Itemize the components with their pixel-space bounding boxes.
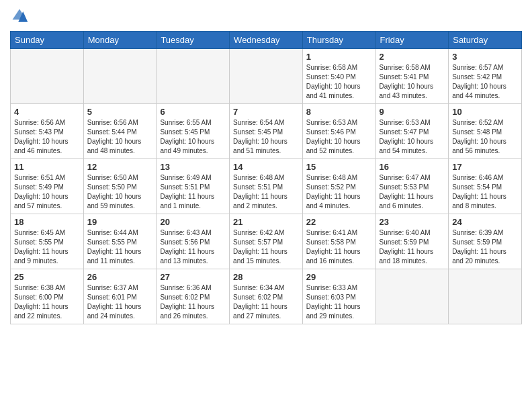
page-header: [10, 7, 522, 26]
calendar-header-saturday: Saturday: [449, 32, 522, 49]
calendar-cell: 2Sunrise: 6:58 AM Sunset: 5:41 PM Daylig…: [375, 49, 449, 104]
day-number: 6: [160, 107, 226, 117]
day-info: Sunrise: 6:37 AM Sunset: 6:01 PM Dayligh…: [87, 283, 153, 321]
day-number: 24: [452, 217, 518, 227]
calendar-cell: 13Sunrise: 6:49 AM Sunset: 5:51 PM Dayli…: [157, 159, 230, 214]
calendar-cell: 4Sunrise: 6:56 AM Sunset: 5:43 PM Daylig…: [11, 104, 84, 159]
day-info: Sunrise: 6:55 AM Sunset: 5:45 PM Dayligh…: [160, 118, 226, 156]
day-info: Sunrise: 6:33 AM Sunset: 6:03 PM Dayligh…: [306, 283, 372, 321]
day-number: 18: [14, 217, 80, 227]
calendar-header-sunday: Sunday: [11, 32, 84, 49]
calendar-cell: 1Sunrise: 6:58 AM Sunset: 5:40 PM Daylig…: [302, 49, 375, 104]
day-number: 17: [452, 162, 518, 172]
calendar-cell: [375, 269, 449, 324]
calendar-header-tuesday: Tuesday: [157, 32, 230, 49]
day-info: Sunrise: 6:48 AM Sunset: 5:51 PM Dayligh…: [233, 173, 299, 211]
day-info: Sunrise: 6:56 AM Sunset: 5:44 PM Dayligh…: [87, 118, 153, 156]
calendar-cell: 9Sunrise: 6:53 AM Sunset: 5:47 PM Daylig…: [375, 104, 449, 159]
day-info: Sunrise: 6:54 AM Sunset: 5:45 PM Dayligh…: [233, 118, 299, 156]
calendar-cell: [83, 49, 157, 104]
calendar-cell: 25Sunrise: 6:38 AM Sunset: 6:00 PM Dayli…: [11, 269, 84, 324]
calendar-header-row: SundayMondayTuesdayWednesdayThursdayFrid…: [11, 32, 522, 49]
calendar-cell: [449, 269, 522, 324]
day-number: 14: [233, 162, 299, 172]
day-number: 12: [87, 162, 153, 172]
day-info: Sunrise: 6:48 AM Sunset: 5:52 PM Dayligh…: [306, 173, 372, 211]
logo: [10, 7, 32, 26]
calendar-cell: 17Sunrise: 6:46 AM Sunset: 5:54 PM Dayli…: [449, 159, 522, 214]
day-number: 2: [380, 52, 445, 62]
calendar-cell: 28Sunrise: 6:34 AM Sunset: 6:02 PM Dayli…: [230, 269, 303, 324]
day-info: Sunrise: 6:36 AM Sunset: 6:02 PM Dayligh…: [160, 283, 226, 321]
calendar-cell: 18Sunrise: 6:45 AM Sunset: 5:55 PM Dayli…: [11, 214, 84, 269]
day-number: 27: [160, 272, 226, 282]
calendar-header-wednesday: Wednesday: [230, 32, 303, 49]
day-info: Sunrise: 6:46 AM Sunset: 5:54 PM Dayligh…: [452, 173, 518, 211]
calendar-cell: 29Sunrise: 6:33 AM Sunset: 6:03 PM Dayli…: [302, 269, 375, 324]
day-info: Sunrise: 6:45 AM Sunset: 5:55 PM Dayligh…: [14, 228, 80, 266]
day-info: Sunrise: 6:44 AM Sunset: 5:55 PM Dayligh…: [87, 228, 153, 266]
day-info: Sunrise: 6:41 AM Sunset: 5:58 PM Dayligh…: [306, 228, 372, 266]
day-number: 28: [233, 272, 299, 282]
day-number: 21: [233, 217, 299, 227]
calendar-cell: 6Sunrise: 6:55 AM Sunset: 5:45 PM Daylig…: [157, 104, 230, 159]
calendar-cell: 5Sunrise: 6:56 AM Sunset: 5:44 PM Daylig…: [83, 104, 157, 159]
calendar-cell: 21Sunrise: 6:42 AM Sunset: 5:57 PM Dayli…: [230, 214, 303, 269]
calendar-cell: [11, 49, 84, 104]
day-number: 22: [306, 217, 372, 227]
day-number: 13: [160, 162, 226, 172]
calendar-cell: 20Sunrise: 6:43 AM Sunset: 5:56 PM Dayli…: [157, 214, 230, 269]
day-info: Sunrise: 6:38 AM Sunset: 6:00 PM Dayligh…: [14, 283, 80, 321]
day-info: Sunrise: 6:56 AM Sunset: 5:43 PM Dayligh…: [14, 118, 80, 156]
calendar-cell: 7Sunrise: 6:54 AM Sunset: 5:45 PM Daylig…: [230, 104, 303, 159]
day-number: 7: [233, 107, 299, 117]
calendar-cell: 26Sunrise: 6:37 AM Sunset: 6:01 PM Dayli…: [83, 269, 157, 324]
day-info: Sunrise: 6:53 AM Sunset: 5:46 PM Dayligh…: [306, 118, 372, 156]
day-info: Sunrise: 6:39 AM Sunset: 5:59 PM Dayligh…: [452, 228, 518, 266]
day-info: Sunrise: 6:40 AM Sunset: 5:59 PM Dayligh…: [380, 228, 445, 266]
calendar-header-thursday: Thursday: [302, 32, 375, 49]
calendar-week-4: 25Sunrise: 6:38 AM Sunset: 6:00 PM Dayli…: [11, 269, 522, 324]
calendar-cell: 3Sunrise: 6:57 AM Sunset: 5:42 PM Daylig…: [449, 49, 522, 104]
day-info: Sunrise: 6:34 AM Sunset: 6:02 PM Dayligh…: [233, 283, 299, 321]
calendar-header-friday: Friday: [375, 32, 449, 49]
day-info: Sunrise: 6:49 AM Sunset: 5:51 PM Dayligh…: [160, 173, 226, 211]
day-info: Sunrise: 6:47 AM Sunset: 5:53 PM Dayligh…: [380, 173, 445, 211]
day-number: 16: [380, 162, 445, 172]
calendar-week-3: 18Sunrise: 6:45 AM Sunset: 5:55 PM Dayli…: [11, 214, 522, 269]
day-number: 23: [380, 217, 445, 227]
day-number: 26: [87, 272, 153, 282]
day-number: 25: [14, 272, 80, 282]
day-number: 11: [14, 162, 80, 172]
calendar-header-monday: Monday: [83, 32, 157, 49]
calendar-cell: 23Sunrise: 6:40 AM Sunset: 5:59 PM Dayli…: [375, 214, 449, 269]
calendar-week-0: 1Sunrise: 6:58 AM Sunset: 5:40 PM Daylig…: [11, 49, 522, 104]
calendar-cell: [230, 49, 303, 104]
day-info: Sunrise: 6:57 AM Sunset: 5:42 PM Dayligh…: [452, 63, 518, 101]
day-info: Sunrise: 6:43 AM Sunset: 5:56 PM Dayligh…: [160, 228, 226, 266]
day-info: Sunrise: 6:50 AM Sunset: 5:50 PM Dayligh…: [87, 173, 153, 211]
day-number: 29: [306, 272, 372, 282]
logo-icon: [10, 7, 29, 26]
calendar: SundayMondayTuesdayWednesdayThursdayFrid…: [10, 31, 522, 324]
day-info: Sunrise: 6:58 AM Sunset: 5:40 PM Dayligh…: [306, 63, 372, 101]
day-number: 4: [14, 107, 80, 117]
calendar-cell: [157, 49, 230, 104]
calendar-body: 1Sunrise: 6:58 AM Sunset: 5:40 PM Daylig…: [11, 49, 522, 324]
day-info: Sunrise: 6:42 AM Sunset: 5:57 PM Dayligh…: [233, 228, 299, 266]
day-number: 3: [452, 52, 518, 62]
day-number: 10: [452, 107, 518, 117]
calendar-week-1: 4Sunrise: 6:56 AM Sunset: 5:43 PM Daylig…: [11, 104, 522, 159]
calendar-cell: 14Sunrise: 6:48 AM Sunset: 5:51 PM Dayli…: [230, 159, 303, 214]
calendar-cell: 15Sunrise: 6:48 AM Sunset: 5:52 PM Dayli…: [302, 159, 375, 214]
calendar-cell: 8Sunrise: 6:53 AM Sunset: 5:46 PM Daylig…: [302, 104, 375, 159]
calendar-cell: 22Sunrise: 6:41 AM Sunset: 5:58 PM Dayli…: [302, 214, 375, 269]
day-info: Sunrise: 6:53 AM Sunset: 5:47 PM Dayligh…: [380, 118, 445, 156]
day-number: 1: [306, 52, 372, 62]
calendar-cell: 27Sunrise: 6:36 AM Sunset: 6:02 PM Dayli…: [157, 269, 230, 324]
day-info: Sunrise: 6:58 AM Sunset: 5:41 PM Dayligh…: [380, 63, 445, 101]
day-number: 5: [87, 107, 153, 117]
day-number: 19: [87, 217, 153, 227]
day-info: Sunrise: 6:51 AM Sunset: 5:49 PM Dayligh…: [14, 173, 80, 211]
day-number: 15: [306, 162, 372, 172]
